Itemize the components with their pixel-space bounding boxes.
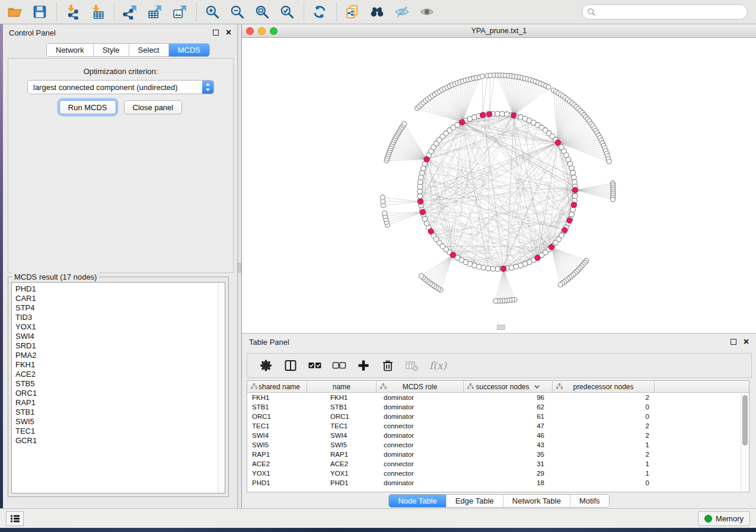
table-cell: dominator	[377, 412, 464, 421]
mcds-result-item[interactable]: ORC1	[12, 389, 225, 398]
horizontal-splitter-handle[interactable]	[497, 325, 505, 330]
mcds-result-item[interactable]: PHD1	[12, 283, 225, 294]
tab-motifs[interactable]: Motifs	[570, 495, 609, 507]
table-cell: 2	[553, 421, 655, 431]
mcds-result-item[interactable]: ACE2	[12, 370, 225, 379]
column-header-shared-name[interactable]: shared name	[247, 381, 307, 392]
tab-edge-table[interactable]: Edge Table	[446, 495, 503, 507]
table-scrollbar[interactable]	[741, 393, 748, 491]
zoom-out-icon	[229, 4, 245, 20]
mcds-result-item[interactable]: TEC1	[12, 427, 225, 436]
table-cell	[655, 393, 749, 402]
tab-style[interactable]: Style	[94, 44, 129, 56]
select-all-icon[interactable]	[308, 358, 322, 373]
zoom-in-button[interactable]	[202, 2, 222, 22]
mcds-result-item[interactable]: TID3	[12, 313, 225, 322]
show-columns-icon[interactable]	[283, 358, 298, 373]
import-network-button[interactable]	[62, 2, 82, 22]
mcds-result-item[interactable]: YOX1	[12, 322, 225, 332]
table-settings-gear-icon[interactable]	[259, 358, 273, 373]
column-header-mcds-role[interactable]: MCDS role	[377, 381, 464, 392]
table-row[interactable]: RAP1RAP1dominator352	[247, 450, 749, 459]
mcds-result-item[interactable]: SWI5	[12, 417, 225, 427]
mcds-result-list[interactable]: PHD1CAR1STP4TID3YOX1SWI4SRD1PMA2FKH1ACE2…	[11, 282, 225, 493]
tab-mcds[interactable]: MCDS	[169, 44, 209, 56]
zoom-out-button[interactable]	[227, 2, 247, 22]
table-scrollbar-thumb[interactable]	[742, 395, 748, 446]
main-toolbar	[0, 0, 756, 24]
mcds-result-item[interactable]: STB1	[12, 408, 225, 417]
mcds-list-scrollbar[interactable]	[218, 283, 225, 493]
delete-column-icon[interactable]	[381, 358, 395, 373]
tab-select[interactable]: Select	[129, 44, 169, 56]
mcds-result-item[interactable]: GCR1	[12, 436, 225, 446]
table-row[interactable]: FKH1FKH1dominator962	[247, 393, 749, 402]
create-column-icon[interactable]	[356, 358, 371, 373]
zoom-selected-button[interactable]	[277, 2, 297, 22]
search-input[interactable]	[599, 6, 747, 18]
table-row[interactable]: ORC1ORC1dominator610	[247, 412, 749, 421]
tab-network-table[interactable]: Network Table	[503, 495, 570, 507]
select-stepper-icon	[202, 81, 213, 94]
table-row[interactable]: ACE2ACE2connector311	[247, 459, 749, 469]
tab-network[interactable]: Network	[47, 44, 94, 56]
table-cell: connector	[377, 421, 464, 431]
column-header-empty	[655, 381, 749, 392]
refresh-button[interactable]	[310, 2, 330, 22]
zoom-fit-button[interactable]	[252, 2, 272, 22]
table-row[interactable]: TEC1TEC1connector472	[247, 421, 749, 431]
table-row[interactable]: PHD1PHD1dominator180	[247, 478, 749, 488]
first-neighbors-button[interactable]	[367, 2, 387, 22]
float-table-panel-icon[interactable]	[731, 339, 736, 345]
duplicate-network-icon	[344, 4, 360, 20]
mcds-result-item[interactable]: RAP1	[12, 398, 225, 408]
control-panel-tabs: Network Style Select MCDS	[46, 43, 210, 57]
column-header-predecessor-nodes[interactable]: predecessor nodes	[553, 381, 655, 392]
export-table-button[interactable]	[145, 2, 165, 22]
close-panel-button[interactable]: Close panel	[124, 100, 183, 114]
float-panel-icon[interactable]	[213, 30, 219, 36]
run-mcds-button[interactable]: Run MCDS	[59, 100, 116, 114]
show-panels-button[interactable]	[6, 511, 24, 526]
export-network-icon	[122, 4, 138, 20]
table-cell: connector	[377, 440, 464, 450]
column-header-successor-nodes[interactable]: successor nodes	[464, 381, 553, 392]
table-row[interactable]: STB1STB1dominator620	[247, 402, 749, 412]
close-table-panel-icon[interactable]: ×	[744, 339, 749, 345]
mcds-result-item[interactable]: STP4	[12, 303, 225, 313]
mcds-result-item[interactable]: SRD1	[12, 341, 225, 351]
open-session-button[interactable]	[5, 2, 25, 22]
save-session-button[interactable]	[30, 2, 50, 22]
export-image-button[interactable]	[170, 2, 190, 22]
mcds-result-item[interactable]: STB5	[12, 379, 225, 389]
column-header-name[interactable]: name	[307, 381, 377, 392]
close-panel-icon[interactable]: ×	[226, 30, 231, 36]
network-window-titlebar[interactable]: YPA_prune.txt_1	[242, 24, 756, 38]
export-network-button[interactable]	[120, 2, 140, 22]
tab-node-table[interactable]: Node Table	[389, 495, 446, 507]
import-table-button[interactable]	[87, 2, 107, 22]
table-row[interactable]: YOX1YOX1connector291	[247, 469, 749, 478]
sort-descending-icon	[534, 383, 540, 390]
hide-selected-button[interactable]	[392, 2, 412, 22]
table-row[interactable]: SWI4SWI4dominator462	[247, 431, 749, 440]
mcds-result-item[interactable]: FKH1	[12, 360, 225, 370]
mcds-result-item[interactable]: CAR1	[12, 294, 225, 303]
table-cell: FKH1	[247, 393, 307, 402]
table-panel: Table Panel ×	[241, 333, 756, 508]
duplicate-network-button[interactable]	[342, 2, 362, 22]
table-cell: 0	[553, 478, 655, 488]
zoom-in-icon	[205, 4, 220, 20]
table-cell: 43	[464, 440, 553, 450]
search-field[interactable]	[582, 4, 748, 20]
show-all-button[interactable]	[417, 2, 437, 22]
export-image-icon	[172, 4, 187, 20]
mcds-result-item[interactable]: SWI4	[12, 332, 225, 341]
table-row[interactable]: SWI5SWI5connector431	[247, 440, 749, 450]
mcds-result-item[interactable]: PMA2	[12, 351, 225, 360]
optimization-criterion-select[interactable]: largest connected component (undirected)	[27, 80, 214, 94]
deselect-all-icon[interactable]	[332, 358, 346, 373]
memory-button[interactable]: Memory	[698, 511, 750, 526]
import-table-icon	[90, 4, 105, 20]
network-canvas[interactable]	[242, 38, 756, 332]
